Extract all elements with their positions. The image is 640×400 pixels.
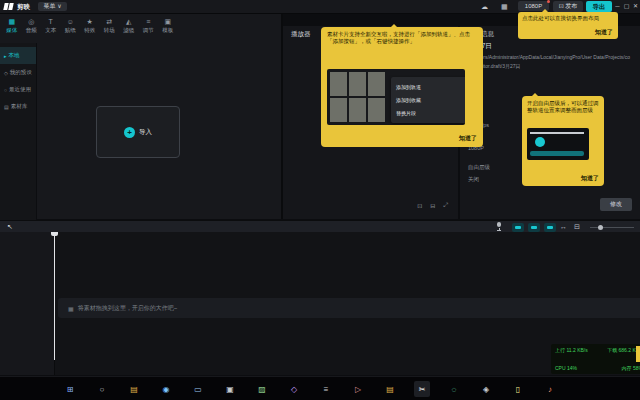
layout-switch-icon[interactable]: ▦ — [501, 2, 508, 11]
ratio-icon[interactable]: ⊡ — [417, 202, 422, 209]
free-layer-value: 关闭 — [468, 176, 479, 183]
guide-screenshot: 添加到轨道 添加到收藏 替换片段 — [327, 69, 465, 125]
filter-icon: ◭ — [126, 17, 131, 26]
effects-icon: ★ — [87, 17, 93, 26]
media-icon: ▦ — [8, 17, 15, 26]
transition-icon: ⇄ — [106, 17, 112, 26]
taskbar-app-icon[interactable]: ▨ — [254, 381, 270, 397]
record-voice-icon[interactable] — [495, 222, 503, 232]
system-stats-overlay: 上行 11.2 KB/s 下载 686.2 KB/s CPU 14% 内存 58… — [551, 344, 640, 374]
playhead-line[interactable] — [54, 232, 55, 360]
taskbar-app-icon[interactable]: ♪ — [542, 381, 558, 397]
fit-icon[interactable]: ⊟ — [430, 202, 435, 209]
tab-transition[interactable]: ⇄ 转场 — [100, 14, 120, 34]
taskbar-app-icon[interactable]: ◌ — [446, 381, 462, 397]
timeline-zoom-fit-icon[interactable]: ⊟ — [574, 222, 580, 232]
import-dropzone[interactable]: + 导入 — [96, 106, 180, 158]
template-icon: ▣ — [164, 17, 171, 26]
auto-snap-toggle[interactable] — [528, 223, 540, 232]
media-type-toolbar: ▦ 媒体 ◎ 音频 T 文本 ☺ 贴纸 ★ 特效 ⇄ 转场 ◭ 滤镜 ≡ 调节 … — [2, 14, 178, 34]
modify-button[interactable]: 修改 — [600, 198, 632, 211]
taskbar-start-icon[interactable]: ⊞ — [62, 381, 78, 397]
media-sidebar: ▸ 本地 ◇ 我的预设 ○ 最近使用 ▤ 素材库 — [0, 43, 37, 223]
timeline-tracks: ▦ 将素材拖拽到这里，开启你的大作吧~ — [0, 232, 640, 375]
taskbar-app-icon[interactable]: ◇ — [286, 381, 302, 397]
taskbar-explorer-icon[interactable]: ▤ — [126, 381, 142, 397]
adjust-icon: ≡ — [146, 17, 150, 26]
app-title: 剪映 — [17, 3, 30, 12]
windows-taskbar: ⊞ ○ ▤ ◉ ▭ ▣ ▨ ◇ ≡ ▷ ▤ ✂ ◌ ◈ ▯ ♪ — [0, 376, 640, 400]
tab-text[interactable]: T 文本 — [41, 14, 61, 34]
plus-icon: + — [124, 127, 135, 138]
window-close-button[interactable]: ✕ — [631, 0, 640, 13]
window-maximize-button[interactable]: ▢ — [622, 0, 631, 13]
player-controls: ⊡ ⊟ ⤢ — [417, 202, 448, 209]
sidebar-item-library[interactable]: ▤ 素材库 — [0, 98, 36, 115]
free-layer-label: 自由层级 — [468, 164, 490, 171]
sticker-thumbnail — [535, 137, 545, 147]
timeline-zoom-handle[interactable] — [598, 225, 603, 230]
preset-icon: ◇ — [4, 70, 8, 76]
taskbar-browser-icon[interactable]: ◉ — [158, 381, 174, 397]
text-icon: T — [49, 17, 53, 26]
tooltip-layout-guide: 点击此处可以直接切换界面布局 知道了 — [518, 12, 618, 39]
main-track-magnet-toggle[interactable] — [512, 223, 524, 232]
tab-media[interactable]: ▦ 媒体 — [2, 14, 22, 34]
got-it-button[interactable]: 知道了 — [459, 134, 477, 143]
sidebar-item-local[interactable]: ▸ 本地 — [0, 47, 36, 64]
track-bar-thumbnail — [530, 151, 584, 156]
audio-icon: ◎ — [28, 17, 34, 26]
taskbar-app-icon[interactable]: ≡ — [318, 381, 334, 397]
draft-path: C:/Users/Administrator/AppData/Local/Jia… — [468, 53, 632, 70]
fullscreen-icon[interactable]: ⤢ — [443, 202, 448, 209]
got-it-button[interactable]: 知道了 — [595, 28, 613, 37]
timeline-zoom-slider[interactable] — [590, 227, 634, 228]
tooltip-material-guide: 素材卡片支持全新交互啦，支持进行「添加到轨道」、点击「添加按钮」，或「右键快捷操… — [321, 27, 483, 147]
export-button[interactable]: 导出 — [586, 1, 612, 12]
caret-icon: ▸ — [4, 53, 7, 59]
library-icon: ▤ — [4, 104, 9, 110]
timeline-drop-hint[interactable]: ▦ 将素材拖拽到这里，开启你的大作吧~ — [58, 298, 640, 318]
select-tool-icon[interactable]: ↖ — [7, 222, 13, 232]
cpu-usage: CPU 14% — [555, 365, 577, 371]
sidebar-item-presets[interactable]: ◇ 我的预设 — [0, 64, 36, 81]
context-menu-thumbnail: 添加到轨道 添加到收藏 替换片段 — [391, 77, 465, 123]
timeline-hint-text: 将素材拖拽到这里，开启你的大作吧~ — [78, 304, 178, 313]
got-it-button[interactable]: 知道了 — [581, 174, 599, 183]
tab-filter[interactable]: ◭ 滤镜 — [119, 14, 139, 34]
tooltip-fragment — [636, 346, 640, 362]
taskbar-search-icon[interactable]: ○ — [94, 381, 110, 397]
taskbar-app-icon[interactable]: ▣ — [222, 381, 238, 397]
taskbar-settings-icon[interactable]: ◈ — [478, 381, 494, 397]
sidebar-item-recent[interactable]: ○ 最近使用 — [0, 81, 36, 98]
tooltip-arrow — [542, 9, 548, 12]
tab-adjust[interactable]: ≡ 调节 — [139, 14, 159, 34]
taskbar-app-icon[interactable]: ▤ — [382, 381, 398, 397]
media-panel: ▦ 媒体 ◎ 音频 T 文本 ☺ 贴纸 ★ 特效 ⇄ 转场 ◭ 滤镜 ≡ 调节 … — [0, 13, 283, 219]
taskbar-capcut-icon[interactable]: ✂ — [414, 381, 430, 397]
tab-template[interactable]: ▣ 模板 — [158, 14, 178, 34]
clock-icon: ○ — [4, 87, 7, 93]
taskbar-app-icon[interactable]: ▷ — [350, 381, 366, 397]
sticker-icon: ☺ — [67, 17, 74, 26]
player-header: 播放器 — [291, 30, 311, 39]
tab-audio[interactable]: ◎ 音频 — [22, 14, 42, 34]
tooltip-arrow — [532, 93, 538, 96]
memory-usage: 内存 58% — [622, 365, 640, 371]
tooltip-arrow — [391, 24, 397, 27]
tab-sticker[interactable]: ☺ 贴纸 — [61, 14, 81, 34]
preview-axis-icon[interactable]: ↔ — [560, 222, 567, 232]
taskbar-app-icon[interactable]: ▭ — [190, 381, 206, 397]
track-header-column — [0, 232, 55, 375]
capcut-logo-icon — [4, 2, 14, 11]
cloud-sync-icon[interactable]: ☁ — [481, 2, 488, 11]
tab-effects[interactable]: ★ 特效 — [80, 14, 100, 34]
guide-screenshot — [527, 128, 589, 160]
media-grid-thumbnail — [330, 72, 385, 122]
media-hint-icon: ▦ — [68, 305, 74, 312]
linkage-toggle[interactable] — [544, 223, 556, 232]
upload-speed: 上行 11.2 KB/s — [555, 347, 588, 353]
menu-button[interactable]: 菜单 ∨ — [38, 2, 67, 11]
taskbar-app-icon[interactable]: ▯ — [510, 381, 526, 397]
publish-button[interactable]: ⊡ 发布 — [553, 1, 583, 12]
